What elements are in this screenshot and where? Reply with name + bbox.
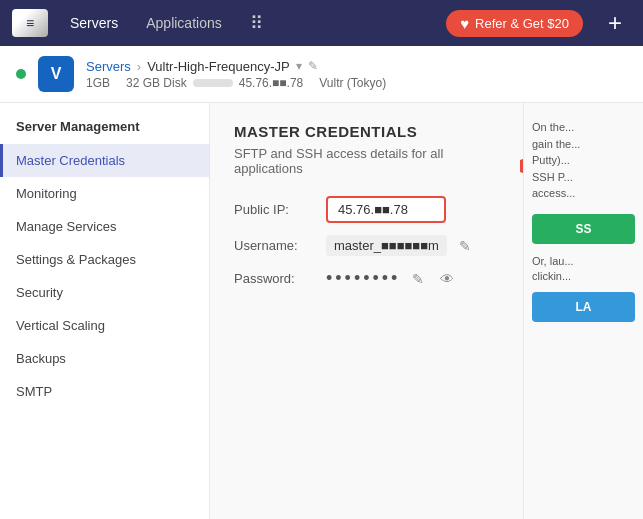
main-content: Server Management Master Credentials Mon… (0, 103, 643, 519)
password-dots: •••••••• (326, 268, 400, 289)
credentials-grid: Public IP: 45.76.■■.78 Username: master_… (234, 196, 499, 289)
password-row: Password: •••••••• ✎ 👁 (234, 268, 499, 289)
username-value: master_■■■■■■m ✎ (326, 235, 475, 256)
ssh-button[interactable]: SS (532, 214, 635, 244)
ip-box: 45.76.■■.78 (326, 196, 446, 223)
breadcrumb-edit-icon[interactable]: ✎ (308, 59, 318, 73)
breadcrumb: Servers › Vultr-High-Frequency-JP ▾ ✎ (86, 59, 386, 74)
annotation-arrow-svg (520, 151, 523, 181)
nav-applications[interactable]: Applications (140, 11, 228, 35)
add-button[interactable]: + (599, 7, 631, 39)
breadcrumb-dropdown-icon[interactable]: ▾ (296, 59, 302, 73)
sidebar-item-vertical-scaling[interactable]: Vertical Scaling (0, 309, 209, 342)
content-area: MASTER CREDENTIALS SFTP and SSH access d… (210, 103, 523, 519)
topnav: ≡ Servers Applications ⠿ ♥ Refer & Get $… (0, 0, 643, 46)
sidebar: Server Management Master Credentials Mon… (0, 103, 210, 519)
public-ip-value: 45.76.■■.78 (326, 196, 446, 223)
disk-bar (193, 79, 233, 87)
server-info: Servers › Vultr-High-Frequency-JP ▾ ✎ 1G… (86, 59, 386, 90)
username-text: master_■■■■■■m (326, 235, 447, 256)
launch-button[interactable]: LA (532, 292, 635, 322)
password-label: Password: (234, 271, 314, 286)
nav-servers[interactable]: Servers (64, 11, 124, 35)
sidebar-item-settings-packages[interactable]: Settings & Packages (0, 243, 209, 276)
status-dot (16, 69, 26, 79)
server-header: V Servers › Vultr-High-Frequency-JP ▾ ✎ … (0, 46, 643, 103)
server-logo: V (38, 56, 74, 92)
username-label: Username: (234, 238, 314, 253)
right-panel: On the...gain the...Putty)...SSH P...acc… (523, 103, 643, 519)
breadcrumb-servers[interactable]: Servers (86, 59, 131, 74)
server-disk: 32 GB Disk 45.76.■■.78 (126, 76, 303, 90)
section-title: MASTER CREDENTIALS (234, 123, 499, 140)
annotation: 网站ip地址 (520, 151, 523, 181)
username-edit-icon[interactable]: ✎ (455, 236, 475, 256)
password-show-icon[interactable]: 👁 (436, 269, 458, 289)
password-edit-icon[interactable]: ✎ (408, 269, 428, 289)
sidebar-item-smtp[interactable]: SMTP (0, 375, 209, 408)
username-row: Username: master_■■■■■■m ✎ (234, 235, 499, 256)
right-panel-description: On the...gain the...Putty)...SSH P...acc… (532, 119, 635, 202)
sidebar-item-backups[interactable]: Backups (0, 342, 209, 375)
sidebar-item-security[interactable]: Security (0, 276, 209, 309)
launch-description: Or, lau...clickin... (532, 254, 635, 285)
public-ip-label: Public IP: (234, 202, 314, 217)
refer-button[interactable]: ♥ Refer & Get $20 (446, 10, 583, 37)
sidebar-item-master-credentials[interactable]: Master Credentials (0, 144, 209, 177)
breadcrumb-server-name: Vultr-High-Frequency-JP (147, 59, 290, 74)
password-value: •••••••• ✎ 👁 (326, 268, 458, 289)
annotation-container: 网站ip地址 (520, 151, 523, 181)
breadcrumb-separator: › (137, 59, 141, 74)
sidebar-item-monitoring[interactable]: Monitoring (0, 177, 209, 210)
sidebar-item-manage-services[interactable]: Manage Services (0, 210, 209, 243)
public-ip-row: Public IP: 45.76.■■.78 (234, 196, 499, 223)
server-meta: 1GB 32 GB Disk 45.76.■■.78 Vultr (Tokyo) (86, 76, 386, 90)
server-location: Vultr (Tokyo) (319, 76, 386, 90)
section-subtitle: SFTP and SSH access details for all appl… (234, 146, 499, 176)
logo[interactable]: ≡ (12, 9, 48, 37)
heart-icon: ♥ (460, 15, 469, 32)
grid-icon[interactable]: ⠿ (244, 8, 269, 38)
sidebar-title: Server Management (0, 119, 209, 144)
server-ram: 1GB (86, 76, 110, 90)
